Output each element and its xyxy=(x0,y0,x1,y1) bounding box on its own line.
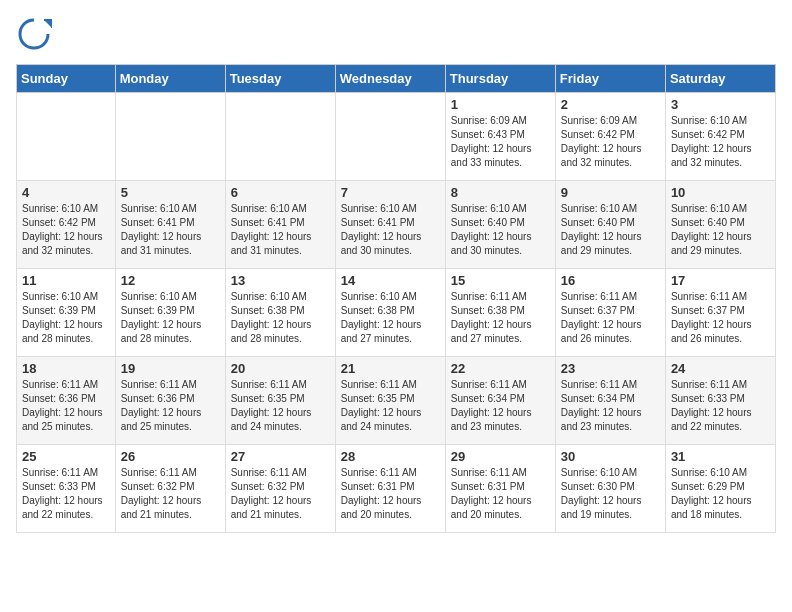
day-info: Sunrise: 6:10 AM Sunset: 6:40 PM Dayligh… xyxy=(451,202,550,258)
calendar-cell xyxy=(17,93,116,181)
day-header-thursday: Thursday xyxy=(445,65,555,93)
day-info: Sunrise: 6:10 AM Sunset: 6:42 PM Dayligh… xyxy=(22,202,110,258)
day-number: 9 xyxy=(561,185,660,200)
calendar-cell: 16Sunrise: 6:11 AM Sunset: 6:37 PM Dayli… xyxy=(555,269,665,357)
day-info: Sunrise: 6:11 AM Sunset: 6:38 PM Dayligh… xyxy=(451,290,550,346)
day-number: 20 xyxy=(231,361,330,376)
logo-icon xyxy=(16,16,52,52)
calendar-cell: 26Sunrise: 6:11 AM Sunset: 6:32 PM Dayli… xyxy=(115,445,225,533)
day-info: Sunrise: 6:11 AM Sunset: 6:31 PM Dayligh… xyxy=(451,466,550,522)
calendar-cell: 31Sunrise: 6:10 AM Sunset: 6:29 PM Dayli… xyxy=(665,445,775,533)
day-info: Sunrise: 6:11 AM Sunset: 6:32 PM Dayligh… xyxy=(121,466,220,522)
calendar-cell: 1Sunrise: 6:09 AM Sunset: 6:43 PM Daylig… xyxy=(445,93,555,181)
day-info: Sunrise: 6:11 AM Sunset: 6:32 PM Dayligh… xyxy=(231,466,330,522)
calendar-cell: 21Sunrise: 6:11 AM Sunset: 6:35 PM Dayli… xyxy=(335,357,445,445)
day-number: 15 xyxy=(451,273,550,288)
calendar-cell: 7Sunrise: 6:10 AM Sunset: 6:41 PM Daylig… xyxy=(335,181,445,269)
day-number: 10 xyxy=(671,185,770,200)
calendar-cell: 13Sunrise: 6:10 AM Sunset: 6:38 PM Dayli… xyxy=(225,269,335,357)
day-info: Sunrise: 6:11 AM Sunset: 6:36 PM Dayligh… xyxy=(121,378,220,434)
calendar-cell: 19Sunrise: 6:11 AM Sunset: 6:36 PM Dayli… xyxy=(115,357,225,445)
day-number: 6 xyxy=(231,185,330,200)
calendar-cell: 23Sunrise: 6:11 AM Sunset: 6:34 PM Dayli… xyxy=(555,357,665,445)
day-info: Sunrise: 6:11 AM Sunset: 6:34 PM Dayligh… xyxy=(561,378,660,434)
day-info: Sunrise: 6:10 AM Sunset: 6:38 PM Dayligh… xyxy=(341,290,440,346)
logo xyxy=(16,16,56,52)
calendar-cell: 8Sunrise: 6:10 AM Sunset: 6:40 PM Daylig… xyxy=(445,181,555,269)
day-number: 30 xyxy=(561,449,660,464)
day-header-tuesday: Tuesday xyxy=(225,65,335,93)
day-number: 31 xyxy=(671,449,770,464)
day-info: Sunrise: 6:11 AM Sunset: 6:36 PM Dayligh… xyxy=(22,378,110,434)
day-header-friday: Friday xyxy=(555,65,665,93)
calendar-cell: 20Sunrise: 6:11 AM Sunset: 6:35 PM Dayli… xyxy=(225,357,335,445)
day-number: 13 xyxy=(231,273,330,288)
day-number: 4 xyxy=(22,185,110,200)
calendar-cell xyxy=(335,93,445,181)
calendar-week-5: 25Sunrise: 6:11 AM Sunset: 6:33 PM Dayli… xyxy=(17,445,776,533)
calendar-cell: 10Sunrise: 6:10 AM Sunset: 6:40 PM Dayli… xyxy=(665,181,775,269)
day-number: 11 xyxy=(22,273,110,288)
calendar-week-3: 11Sunrise: 6:10 AM Sunset: 6:39 PM Dayli… xyxy=(17,269,776,357)
day-number: 17 xyxy=(671,273,770,288)
day-number: 21 xyxy=(341,361,440,376)
calendar-cell: 29Sunrise: 6:11 AM Sunset: 6:31 PM Dayli… xyxy=(445,445,555,533)
calendar-cell: 3Sunrise: 6:10 AM Sunset: 6:42 PM Daylig… xyxy=(665,93,775,181)
day-info: Sunrise: 6:10 AM Sunset: 6:40 PM Dayligh… xyxy=(671,202,770,258)
day-info: Sunrise: 6:09 AM Sunset: 6:42 PM Dayligh… xyxy=(561,114,660,170)
day-header-monday: Monday xyxy=(115,65,225,93)
day-info: Sunrise: 6:10 AM Sunset: 6:38 PM Dayligh… xyxy=(231,290,330,346)
calendar-cell: 4Sunrise: 6:10 AM Sunset: 6:42 PM Daylig… xyxy=(17,181,116,269)
day-info: Sunrise: 6:10 AM Sunset: 6:41 PM Dayligh… xyxy=(121,202,220,258)
calendar-cell xyxy=(225,93,335,181)
day-number: 16 xyxy=(561,273,660,288)
calendar-cell: 17Sunrise: 6:11 AM Sunset: 6:37 PM Dayli… xyxy=(665,269,775,357)
day-info: Sunrise: 6:11 AM Sunset: 6:33 PM Dayligh… xyxy=(671,378,770,434)
day-info: Sunrise: 6:10 AM Sunset: 6:42 PM Dayligh… xyxy=(671,114,770,170)
calendar-table: SundayMondayTuesdayWednesdayThursdayFrid… xyxy=(16,64,776,533)
calendar-week-1: 1Sunrise: 6:09 AM Sunset: 6:43 PM Daylig… xyxy=(17,93,776,181)
calendar-cell: 11Sunrise: 6:10 AM Sunset: 6:39 PM Dayli… xyxy=(17,269,116,357)
calendar-cell: 12Sunrise: 6:10 AM Sunset: 6:39 PM Dayli… xyxy=(115,269,225,357)
day-number: 22 xyxy=(451,361,550,376)
day-info: Sunrise: 6:10 AM Sunset: 6:39 PM Dayligh… xyxy=(121,290,220,346)
calendar-cell: 9Sunrise: 6:10 AM Sunset: 6:40 PM Daylig… xyxy=(555,181,665,269)
calendar-cell: 2Sunrise: 6:09 AM Sunset: 6:42 PM Daylig… xyxy=(555,93,665,181)
day-number: 3 xyxy=(671,97,770,112)
day-info: Sunrise: 6:11 AM Sunset: 6:34 PM Dayligh… xyxy=(451,378,550,434)
calendar-week-4: 18Sunrise: 6:11 AM Sunset: 6:36 PM Dayli… xyxy=(17,357,776,445)
day-info: Sunrise: 6:11 AM Sunset: 6:35 PM Dayligh… xyxy=(341,378,440,434)
day-info: Sunrise: 6:10 AM Sunset: 6:41 PM Dayligh… xyxy=(231,202,330,258)
day-info: Sunrise: 6:11 AM Sunset: 6:31 PM Dayligh… xyxy=(341,466,440,522)
calendar-cell: 5Sunrise: 6:10 AM Sunset: 6:41 PM Daylig… xyxy=(115,181,225,269)
calendar-week-2: 4Sunrise: 6:10 AM Sunset: 6:42 PM Daylig… xyxy=(17,181,776,269)
calendar-cell: 30Sunrise: 6:10 AM Sunset: 6:30 PM Dayli… xyxy=(555,445,665,533)
day-info: Sunrise: 6:10 AM Sunset: 6:29 PM Dayligh… xyxy=(671,466,770,522)
day-number: 28 xyxy=(341,449,440,464)
day-number: 14 xyxy=(341,273,440,288)
calendar-cell: 25Sunrise: 6:11 AM Sunset: 6:33 PM Dayli… xyxy=(17,445,116,533)
day-header-saturday: Saturday xyxy=(665,65,775,93)
day-number: 23 xyxy=(561,361,660,376)
day-header-sunday: Sunday xyxy=(17,65,116,93)
day-info: Sunrise: 6:11 AM Sunset: 6:35 PM Dayligh… xyxy=(231,378,330,434)
day-number: 1 xyxy=(451,97,550,112)
day-info: Sunrise: 6:11 AM Sunset: 6:33 PM Dayligh… xyxy=(22,466,110,522)
day-info: Sunrise: 6:11 AM Sunset: 6:37 PM Dayligh… xyxy=(561,290,660,346)
day-info: Sunrise: 6:10 AM Sunset: 6:39 PM Dayligh… xyxy=(22,290,110,346)
day-number: 12 xyxy=(121,273,220,288)
day-number: 18 xyxy=(22,361,110,376)
calendar-cell: 15Sunrise: 6:11 AM Sunset: 6:38 PM Dayli… xyxy=(445,269,555,357)
svg-marker-1 xyxy=(44,20,52,28)
day-number: 29 xyxy=(451,449,550,464)
calendar-cell: 22Sunrise: 6:11 AM Sunset: 6:34 PM Dayli… xyxy=(445,357,555,445)
calendar-cell: 18Sunrise: 6:11 AM Sunset: 6:36 PM Dayli… xyxy=(17,357,116,445)
day-number: 5 xyxy=(121,185,220,200)
calendar-cell: 28Sunrise: 6:11 AM Sunset: 6:31 PM Dayli… xyxy=(335,445,445,533)
day-info: Sunrise: 6:10 AM Sunset: 6:30 PM Dayligh… xyxy=(561,466,660,522)
day-info: Sunrise: 6:10 AM Sunset: 6:41 PM Dayligh… xyxy=(341,202,440,258)
day-number: 2 xyxy=(561,97,660,112)
day-number: 25 xyxy=(22,449,110,464)
day-number: 26 xyxy=(121,449,220,464)
calendar-cell: 14Sunrise: 6:10 AM Sunset: 6:38 PM Dayli… xyxy=(335,269,445,357)
